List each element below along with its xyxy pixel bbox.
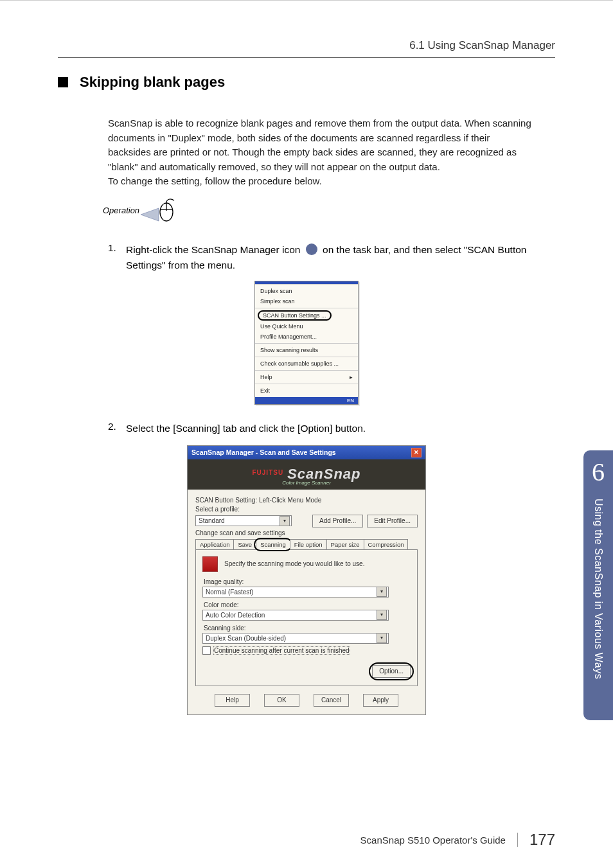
mode-line: SCAN Button Setting: Left-Click Menu Mod… (195, 497, 418, 504)
chapter-number: 6 (592, 457, 605, 487)
scan-mode-icon (202, 556, 218, 572)
step-1-pre: Right-click the ScanSnap Manager icon (126, 244, 303, 255)
profile-combo[interactable]: Standard ▾ (195, 515, 292, 526)
image-quality-label: Image quality: (204, 578, 411, 585)
breadcrumb: 6.1 Using ScanSnap Manager (58, 39, 555, 52)
menu-item: Use Quick Menu (255, 321, 358, 332)
scanning-side-value: Duplex Scan (Double-sided) (206, 635, 286, 642)
menu-item: Duplex scan (255, 286, 358, 296)
banner-sub: Color Image Scanner (188, 480, 425, 486)
select-profile-label: Select a profile: (195, 506, 418, 513)
para-line: documents in "Duplex" mode, both sides o… (108, 132, 490, 143)
image-quality-combo[interactable]: Normal (Fastest) ▾ (202, 587, 389, 598)
continue-checkbox-label: Continue scanning after current scan is … (214, 647, 350, 654)
para-line: "blank" and automatically removed, so th… (108, 161, 440, 172)
step-number: 2. (108, 421, 126, 436)
footer-guide-title: ScanSnap S510 Operator's Guide (360, 835, 506, 846)
para-line: To change the setting, follow the proced… (108, 175, 322, 186)
specify-text: Specify the scanning mode you would like… (224, 560, 364, 567)
mouse-icon (139, 195, 178, 226)
scanning-side-combo[interactable]: Duplex Scan (Double-sided) ▾ (202, 633, 389, 644)
ok-button[interactable]: OK (264, 694, 299, 707)
settings-dialog-screenshot: ScanSnap Manager - Scan and Save Setting… (187, 445, 426, 715)
continue-checkbox[interactable] (202, 646, 211, 655)
help-button[interactable]: Help (215, 694, 250, 707)
menu-item: Profile Management... (255, 332, 358, 342)
page-footer: ScanSnap S510 Operator's Guide 177 (58, 831, 555, 849)
color-mode-label: Color mode: (204, 601, 411, 608)
step-2-text: Select the [Scanning] tab and click the … (126, 421, 555, 436)
taskbar-language-indicator: EN (255, 397, 358, 404)
color-mode-value: Auto Color Detection (206, 612, 265, 619)
change-settings-label: Change scan and save settings (195, 529, 418, 536)
dialog-title: ScanSnap Manager - Scan and Save Setting… (191, 448, 336, 456)
dialog-banner: FUJITSUScanSnap Color Image Scanner (188, 459, 425, 490)
step-1-text: Right-click the ScanSnap Manager icon on… (126, 242, 555, 273)
tab-file-option[interactable]: File option (290, 539, 327, 549)
tab-save[interactable]: Save (233, 539, 256, 549)
menu-item-selected: SCAN Button Settings ... (258, 310, 332, 321)
operation-label: Operation (103, 206, 139, 215)
header-rule (58, 57, 555, 58)
chevron-down-icon: ▾ (377, 633, 387, 643)
chapter-title: Using the ScanSnap in Various Ways (592, 499, 604, 679)
close-icon[interactable]: ✕ (411, 448, 422, 457)
footer-divider (517, 833, 518, 847)
svg-marker-0 (141, 208, 159, 221)
tab-application[interactable]: Application (195, 539, 234, 549)
tab-paper-size[interactable]: Paper size (326, 539, 364, 549)
image-quality-value: Normal (Fastest) (206, 589, 253, 596)
chevron-down-icon: ▾ (377, 587, 387, 597)
scansnap-tray-icon (306, 244, 317, 255)
intro-paragraph: ScanSnap is able to recognize blank page… (108, 116, 555, 189)
para-line: ScanSnap is able to recognize blank page… (108, 118, 531, 128)
para-line: backsides are printed or not. Though the… (108, 146, 517, 157)
section-bullet-icon (58, 77, 68, 87)
option-button[interactable]: Option... (372, 665, 411, 678)
chevron-down-icon: ▾ (377, 610, 387, 620)
color-mode-combo[interactable]: Auto Color Detection ▾ (202, 610, 389, 621)
menu-item: Simplex scan (255, 296, 358, 306)
section-title: Skipping blank pages (80, 74, 225, 91)
brand-label: FUJITSU (252, 469, 283, 476)
profile-value: Standard (199, 517, 225, 524)
menu-item: Exit (255, 385, 358, 396)
edit-profile-button[interactable]: Edit Profile... (367, 515, 418, 527)
menu-item-help: Help (255, 372, 358, 382)
menu-item: Check consumable supplies ... (255, 359, 358, 369)
add-profile-button[interactable]: Add Profile... (312, 515, 363, 527)
banner-main: ScanSnap (287, 466, 360, 482)
tab-bar: Application Save Scanning File option Pa… (195, 539, 418, 550)
page-number: 177 (529, 831, 555, 849)
context-menu-screenshot: Duplex scan Simplex scan SCAN Button Set… (254, 281, 359, 405)
tab-compression[interactable]: Compression (364, 539, 409, 549)
menu-item: Show scanning results (255, 345, 358, 355)
cancel-button[interactable]: Cancel (314, 694, 349, 707)
scanning-side-label: Scanning side: (204, 624, 411, 632)
operation-indicator: Operation (103, 195, 555, 226)
apply-button[interactable]: Apply (363, 694, 398, 707)
step-number: 1. (108, 242, 126, 273)
chapter-side-tab: 6 Using the ScanSnap in Various Ways (583, 450, 613, 720)
tab-scanning[interactable]: Scanning (256, 539, 290, 550)
chevron-down-icon: ▾ (280, 516, 290, 526)
